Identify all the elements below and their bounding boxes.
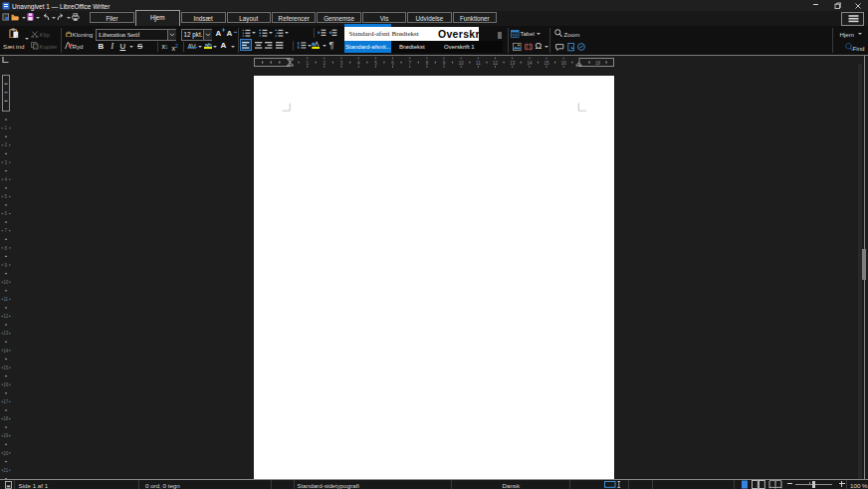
svg-text:18: 18 xyxy=(595,61,601,66)
svg-text:7: 7 xyxy=(5,228,8,233)
svg-text:5: 5 xyxy=(374,61,377,66)
svg-text:15: 15 xyxy=(3,366,9,370)
svg-text:17: 17 xyxy=(3,399,9,404)
svg-text:9: 9 xyxy=(443,61,446,66)
svg-text:9: 9 xyxy=(5,263,8,268)
svg-text:14: 14 xyxy=(527,61,533,66)
svg-text:2: 2 xyxy=(5,142,8,147)
svg-text:1: 1 xyxy=(5,125,8,130)
svg-text:12: 12 xyxy=(493,61,499,66)
svg-text:16: 16 xyxy=(561,61,567,66)
svg-text:4: 4 xyxy=(357,61,360,66)
svg-text:5: 5 xyxy=(5,194,8,199)
svg-text:4: 4 xyxy=(5,177,8,182)
svg-text:8: 8 xyxy=(426,61,429,66)
svg-text:13: 13 xyxy=(510,61,516,66)
svg-text:2: 2 xyxy=(324,61,326,66)
svg-text:19: 19 xyxy=(3,433,9,438)
svg-text:20: 20 xyxy=(3,451,9,456)
svg-text:18: 18 xyxy=(3,416,9,421)
svg-text:10: 10 xyxy=(459,61,465,66)
svg-text:6: 6 xyxy=(391,61,394,66)
svg-text:1: 1 xyxy=(306,61,309,66)
svg-text:21: 21 xyxy=(3,468,9,473)
svg-text:10: 10 xyxy=(3,280,9,285)
svg-text:14: 14 xyxy=(3,349,9,354)
svg-text:6: 6 xyxy=(5,211,8,216)
svg-text:12: 12 xyxy=(3,314,9,319)
svg-text:3: 3 xyxy=(340,61,343,66)
svg-text:8: 8 xyxy=(5,246,8,251)
svg-text:3: 3 xyxy=(5,160,8,165)
svg-text:13: 13 xyxy=(3,331,9,336)
svg-text:11: 11 xyxy=(476,61,481,66)
svg-text:16: 16 xyxy=(3,382,9,387)
svg-text:7: 7 xyxy=(408,61,411,66)
svg-text:11: 11 xyxy=(3,297,8,302)
svg-text:15: 15 xyxy=(543,61,549,66)
